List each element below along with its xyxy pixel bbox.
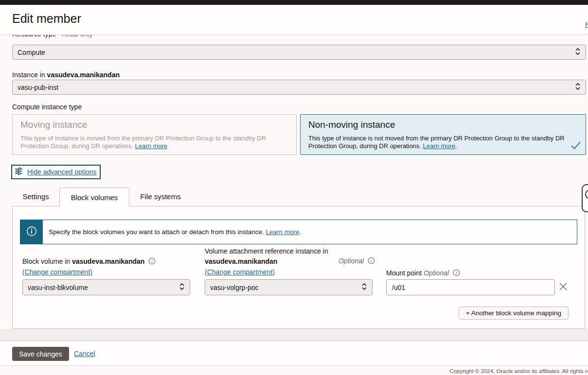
dialog-footer: Save changes Cancel <box>0 341 588 365</box>
learn-more-link[interactable]: Learn more <box>135 142 167 150</box>
side-panel-handle[interactable] <box>582 184 588 212</box>
tab-block-volumes[interactable]: Block volumes <box>59 188 129 206</box>
close-icon <box>558 286 568 293</box>
dialog-header: Edit member Help <box>0 5 588 35</box>
info-banner: Specify the block volumes you want to at… <box>20 220 577 244</box>
tab-file-systems[interactable]: File systems <box>131 192 190 201</box>
handle-circle-icon <box>585 189 588 199</box>
learn-more-link[interactable]: Learn more <box>266 228 299 236</box>
top-black-bar <box>0 0 588 5</box>
edit-member-dialog: Edit member Help Resource type Read-only… <box>0 0 588 375</box>
card-description: This type of instance is not moved from … <box>308 135 571 150</box>
info-tooltip-icon[interactable]: i <box>148 257 156 267</box>
compartment-name: vasudeva.manikandan <box>72 257 144 265</box>
moving-instance-card: Moving instance This type of instance is… <box>12 114 297 155</box>
mount-point-input[interactable] <box>386 279 555 295</box>
non-moving-instance-card[interactable]: Non-moving instance This type of instanc… <box>300 114 586 155</box>
banner-text: Specify the block volumes you want to at… <box>43 220 301 244</box>
add-block-volume-mapping-button[interactable]: + Another block volume mapping <box>459 307 569 320</box>
change-compartment-link[interactable]: (Change compartment) <box>205 268 275 276</box>
compartment-name: vasudeva.manikandan <box>205 256 277 266</box>
info-icon <box>26 226 37 238</box>
chevron-updown-icon <box>361 283 367 292</box>
instance-select[interactable]: vasu-pub-inst <box>12 80 586 95</box>
learn-more-link[interactable]: Learn more <box>423 142 455 150</box>
block-volume-label: Block volume in vasudeva.manikandan i <box>22 256 197 267</box>
optional-hint: Optional i <box>339 256 375 267</box>
svg-text:i: i <box>151 259 153 264</box>
card-title: Non-moving instance <box>308 119 578 130</box>
card-title: Moving instance <box>20 119 288 130</box>
svg-text:i: i <box>371 258 372 263</box>
block-volumes-panel: Specify the block volumes you want to at… <box>12 206 585 329</box>
info-tooltip-icon[interactable]: i <box>453 269 460 279</box>
card-description: This type of instance is moved from the … <box>20 135 283 150</box>
info-tooltip-icon[interactable]: i <box>368 257 375 267</box>
copyright-text: Copyright © 2024, Oracle and/or its affi… <box>449 368 588 374</box>
mount-point-label: Mount point Optional i <box>386 268 460 279</box>
panel-gap-band <box>0 329 588 341</box>
compartment-name: vasudeva.manikandan <box>47 71 120 79</box>
reference-instance-select[interactable]: vasu-volgrp-poc <box>205 279 373 295</box>
compute-instance-type-label: Compute instance type <box>12 103 82 111</box>
chevron-updown-icon <box>575 83 581 92</box>
check-icon <box>570 141 581 151</box>
chevron-updown-icon <box>575 48 581 57</box>
chevron-updown-icon <box>179 283 185 292</box>
help-link[interactable]: Help <box>585 20 588 28</box>
hide-advanced-options-link: Hide advanced options <box>27 168 96 176</box>
instance-in-label: Instance in vasudeva.manikandan <box>12 71 120 79</box>
cancel-link[interactable]: Cancel <box>74 350 95 358</box>
reference-instance-label: Volume attachment reference instance in … <box>205 246 375 267</box>
change-compartment-link[interactable]: (Change compartment) <box>22 268 92 276</box>
page-title: Edit member <box>12 12 81 26</box>
block-volume-select[interactable]: vasu-inst-blkvolume <box>22 279 190 295</box>
remove-mapping-button[interactable] <box>558 282 569 292</box>
info-badge <box>20 220 43 244</box>
save-changes-button[interactable]: Save changes <box>12 347 69 361</box>
svg-text:i: i <box>456 271 457 275</box>
tab-settings[interactable]: Settings <box>12 192 59 201</box>
page-footer: Copyright © 2024, Oracle and/or its affi… <box>0 365 588 375</box>
hide-advanced-options-toggle[interactable]: Hide advanced options <box>11 165 101 179</box>
resource-type-select[interactable]: Compute <box>12 45 586 60</box>
sliders-icon <box>15 167 23 177</box>
